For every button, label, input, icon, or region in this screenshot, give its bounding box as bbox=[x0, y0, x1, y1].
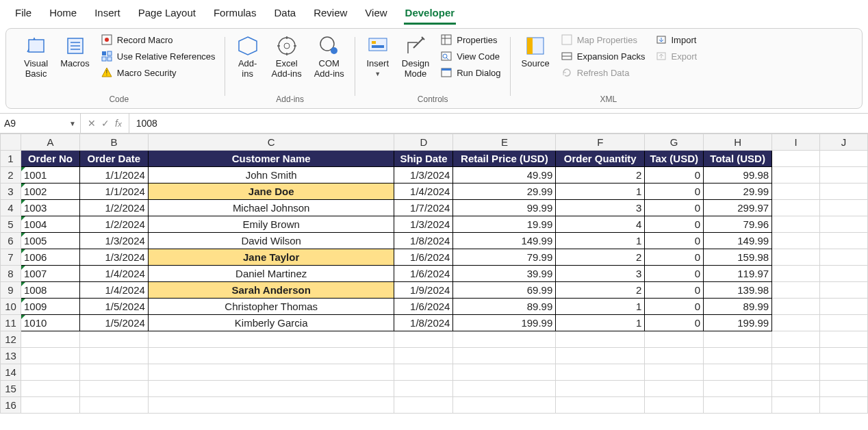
tab-insert[interactable]: Insert bbox=[93, 4, 122, 25]
cell[interactable]: Sarah Anderson bbox=[148, 282, 394, 299]
cell[interactable]: 2 bbox=[556, 249, 645, 266]
spreadsheet-grid[interactable]: ABCDEFGHIJ1Order NoOrder DateCustomer Na… bbox=[0, 134, 868, 414]
cell[interactable]: 1/4/2024 bbox=[79, 266, 148, 282]
cell[interactable]: 79.99 bbox=[453, 249, 556, 266]
row-header-8[interactable]: 8 bbox=[1, 266, 21, 282]
cell[interactable]: 1/6/2024 bbox=[394, 299, 453, 315]
cell[interactable]: 1 bbox=[556, 184, 645, 200]
cancel-icon[interactable]: ✕ bbox=[88, 118, 96, 129]
cell[interactable]: David Wilson bbox=[148, 233, 394, 249]
cell[interactable]: Jane Taylor bbox=[148, 249, 394, 266]
cell[interactable]: 0 bbox=[645, 299, 704, 315]
row-header-10[interactable]: 10 bbox=[1, 299, 21, 315]
cell[interactable]: 69.99 bbox=[453, 282, 556, 299]
tab-view[interactable]: View bbox=[363, 4, 388, 25]
cell[interactable]: 99.99 bbox=[453, 200, 556, 216]
cell[interactable]: 79.96 bbox=[704, 216, 772, 233]
col-header-I[interactable]: I bbox=[772, 134, 820, 151]
cell[interactable]: 159.98 bbox=[704, 249, 772, 266]
row-header-1[interactable]: 1 bbox=[1, 151, 21, 167]
cell[interactable]: 1/3/2024 bbox=[394, 216, 453, 233]
row-header-9[interactable]: 9 bbox=[1, 282, 21, 299]
cell[interactable]: 1008 bbox=[21, 282, 79, 299]
cell[interactable]: 1/5/2024 bbox=[79, 315, 148, 331]
cell[interactable]: 3 bbox=[556, 200, 645, 216]
cell[interactable]: 1/2/2024 bbox=[79, 200, 148, 216]
cell[interactable]: 1002 bbox=[21, 184, 79, 200]
record-macro-button[interactable]: Record Macro bbox=[99, 33, 217, 47]
cell[interactable]: 0 bbox=[645, 184, 704, 200]
table-header[interactable]: Order No bbox=[21, 151, 79, 167]
refresh-data-button[interactable]: Refresh Data bbox=[559, 66, 647, 79]
row-header-15[interactable]: 15 bbox=[1, 381, 21, 397]
row-header-13[interactable]: 13 bbox=[1, 348, 21, 364]
select-all-corner[interactable] bbox=[1, 134, 21, 151]
col-header-C[interactable]: C bbox=[148, 134, 394, 151]
cell[interactable]: Michael Johnson bbox=[148, 200, 394, 216]
enter-icon[interactable]: ✓ bbox=[101, 118, 110, 129]
col-header-F[interactable]: F bbox=[556, 134, 645, 151]
properties-button[interactable]: Properties bbox=[439, 33, 502, 47]
design-mode-button[interactable]: Design Mode bbox=[399, 33, 432, 81]
expansion-packs-button[interactable]: Expansion Packs bbox=[559, 49, 647, 63]
cell[interactable]: 1003 bbox=[21, 200, 79, 216]
cell[interactable]: 1/1/2024 bbox=[79, 184, 148, 200]
table-header[interactable]: Total (USD) bbox=[704, 151, 772, 167]
cell[interactable]: 0 bbox=[645, 167, 704, 184]
cell[interactable]: 149.99 bbox=[453, 233, 556, 249]
col-header-J[interactable]: J bbox=[820, 134, 868, 151]
cell[interactable]: 1007 bbox=[21, 266, 79, 282]
row-header-3[interactable]: 3 bbox=[1, 184, 21, 200]
cell[interactable]: 39.99 bbox=[453, 266, 556, 282]
insert-button[interactable]: Insert ▼ bbox=[363, 33, 392, 79]
cell[interactable]: 2 bbox=[556, 167, 645, 184]
cell[interactable]: 1/3/2024 bbox=[394, 167, 453, 184]
cell[interactable]: 1/7/2024 bbox=[394, 200, 453, 216]
cell[interactable]: 1006 bbox=[21, 249, 79, 266]
source-button[interactable]: Source bbox=[519, 33, 552, 71]
cell[interactable]: 0 bbox=[645, 282, 704, 299]
table-header[interactable]: Retail Price (USD) bbox=[453, 151, 556, 167]
cell[interactable]: 1/8/2024 bbox=[394, 315, 453, 331]
cell[interactable]: 49.99 bbox=[453, 167, 556, 184]
cell[interactable]: 1/5/2024 bbox=[79, 299, 148, 315]
cell[interactable]: 0 bbox=[645, 266, 704, 282]
col-header-H[interactable]: H bbox=[704, 134, 772, 151]
table-header[interactable]: Order Date bbox=[79, 151, 148, 167]
cell[interactable]: 1/2/2024 bbox=[79, 216, 148, 233]
col-header-A[interactable]: A bbox=[21, 134, 79, 151]
run-dialog-button[interactable]: Run Dialog bbox=[439, 66, 502, 79]
excel-addins-button[interactable]: Excel Add-ins bbox=[269, 33, 305, 81]
visual-basic-button[interactable]: Visual Basic bbox=[21, 33, 51, 81]
use-relative-button[interactable]: Use Relative References bbox=[99, 49, 217, 63]
cell[interactable]: 1 bbox=[556, 315, 645, 331]
cell[interactable]: 2 bbox=[556, 282, 645, 299]
cell[interactable]: Daniel Martinez bbox=[148, 266, 394, 282]
cell[interactable]: 199.99 bbox=[453, 315, 556, 331]
cell[interactable]: 139.98 bbox=[704, 282, 772, 299]
cell[interactable]: 0 bbox=[645, 233, 704, 249]
cell[interactable]: 199.99 bbox=[704, 315, 772, 331]
cell[interactable]: 1009 bbox=[21, 299, 79, 315]
table-header[interactable]: Order Quantity bbox=[556, 151, 645, 167]
cell[interactable]: 4 bbox=[556, 216, 645, 233]
row-header-11[interactable]: 11 bbox=[1, 315, 21, 331]
macros-button[interactable]: Macros bbox=[58, 33, 92, 71]
cell[interactable]: 1/4/2024 bbox=[394, 184, 453, 200]
cell[interactable]: Jane Doe bbox=[148, 184, 394, 200]
table-header[interactable]: Ship Date bbox=[394, 151, 453, 167]
formula-input[interactable]: 1008 bbox=[129, 114, 868, 133]
row-header-16[interactable]: 16 bbox=[1, 397, 21, 414]
row-header-14[interactable]: 14 bbox=[1, 364, 21, 381]
table-header[interactable]: Customer Name bbox=[148, 151, 394, 167]
row-header-7[interactable]: 7 bbox=[1, 249, 21, 266]
cell[interactable]: 3 bbox=[556, 266, 645, 282]
row-header-6[interactable]: 6 bbox=[1, 233, 21, 249]
cell[interactable]: Emily Brown bbox=[148, 216, 394, 233]
map-properties-button[interactable]: Map Properties bbox=[559, 33, 647, 47]
cell[interactable]: Christopher Thomas bbox=[148, 299, 394, 315]
cell[interactable]: 99.98 bbox=[704, 167, 772, 184]
cell[interactable]: 29.99 bbox=[453, 184, 556, 200]
cell[interactable]: 1/6/2024 bbox=[394, 249, 453, 266]
addins-button[interactable]: Add- ins bbox=[233, 33, 262, 81]
